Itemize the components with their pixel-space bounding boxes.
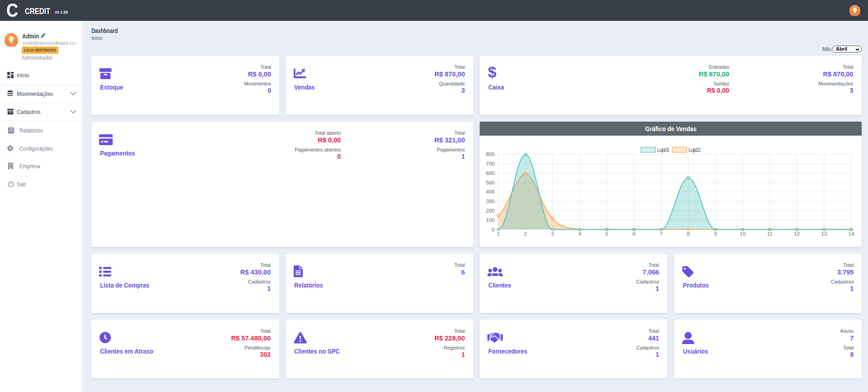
svg-text:5: 5: [606, 231, 608, 236]
svg-text:8: 8: [687, 231, 690, 236]
svg-text:600: 600: [486, 170, 495, 176]
svg-text:12: 12: [794, 231, 800, 236]
svg-text:200: 200: [486, 208, 495, 213]
svg-text:300: 300: [486, 198, 495, 204]
svg-text:3: 3: [551, 231, 554, 236]
svg-text:13: 13: [821, 231, 827, 236]
svg-text:7: 7: [660, 231, 663, 236]
svg-text:Loja02: Loja02: [688, 147, 701, 153]
svg-text:700: 700: [486, 161, 495, 166]
svg-text:2: 2: [524, 231, 527, 236]
svg-text:6: 6: [633, 231, 635, 236]
svg-text:14: 14: [849, 231, 854, 236]
svg-text:0: 0: [492, 227, 495, 232]
svg-text:4: 4: [578, 231, 582, 236]
svg-text:500: 500: [486, 180, 495, 185]
svg-text:10: 10: [740, 231, 746, 236]
svg-text:1: 1: [497, 231, 500, 236]
svg-text:11: 11: [767, 231, 773, 236]
svg-text:800: 800: [486, 151, 495, 157]
svg-text:100: 100: [486, 217, 495, 223]
svg-text:9: 9: [714, 231, 717, 236]
svg-text:Loja01: Loja01: [657, 147, 670, 153]
svg-text:400: 400: [486, 189, 495, 194]
